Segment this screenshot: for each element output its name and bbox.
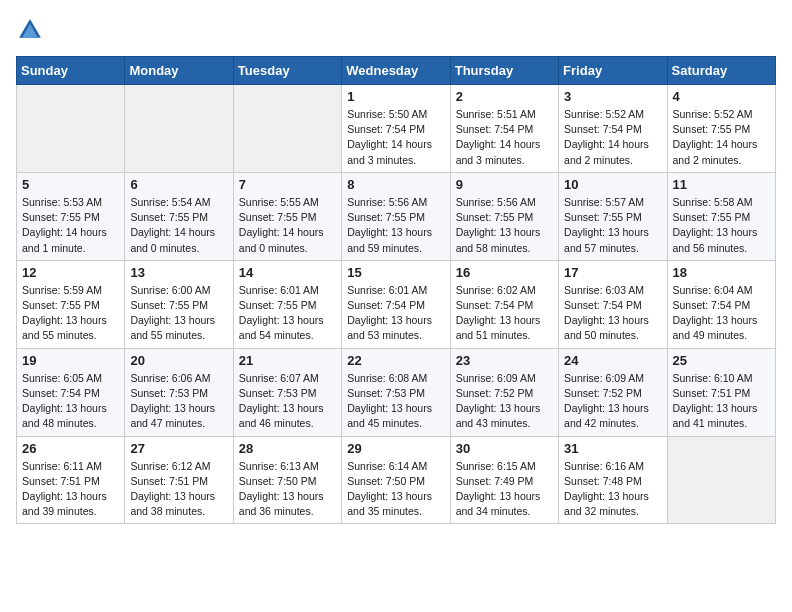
day-info: Sunrise: 5:58 AM Sunset: 7:55 PM Dayligh… <box>673 195 770 256</box>
day-info: Sunrise: 6:03 AM Sunset: 7:54 PM Dayligh… <box>564 283 661 344</box>
day-info: Sunrise: 6:16 AM Sunset: 7:48 PM Dayligh… <box>564 459 661 520</box>
calendar-cell: 8Sunrise: 5:56 AM Sunset: 7:55 PM Daylig… <box>342 172 450 260</box>
calendar-cell: 28Sunrise: 6:13 AM Sunset: 7:50 PM Dayli… <box>233 436 341 524</box>
day-number: 29 <box>347 441 444 456</box>
calendar-cell: 30Sunrise: 6:15 AM Sunset: 7:49 PM Dayli… <box>450 436 558 524</box>
day-info: Sunrise: 5:54 AM Sunset: 7:55 PM Dayligh… <box>130 195 227 256</box>
weekday-header-row: SundayMondayTuesdayWednesdayThursdayFrid… <box>17 57 776 85</box>
day-number: 16 <box>456 265 553 280</box>
day-info: Sunrise: 6:08 AM Sunset: 7:53 PM Dayligh… <box>347 371 444 432</box>
day-number: 28 <box>239 441 336 456</box>
day-number: 6 <box>130 177 227 192</box>
calendar-cell: 29Sunrise: 6:14 AM Sunset: 7:50 PM Dayli… <box>342 436 450 524</box>
calendar-cell: 15Sunrise: 6:01 AM Sunset: 7:54 PM Dayli… <box>342 260 450 348</box>
calendar-cell: 21Sunrise: 6:07 AM Sunset: 7:53 PM Dayli… <box>233 348 341 436</box>
day-number: 8 <box>347 177 444 192</box>
calendar-cell <box>233 85 341 173</box>
day-number: 22 <box>347 353 444 368</box>
calendar-cell <box>125 85 233 173</box>
day-number: 17 <box>564 265 661 280</box>
day-number: 7 <box>239 177 336 192</box>
calendar-cell: 7Sunrise: 5:55 AM Sunset: 7:55 PM Daylig… <box>233 172 341 260</box>
day-info: Sunrise: 6:06 AM Sunset: 7:53 PM Dayligh… <box>130 371 227 432</box>
calendar-cell: 11Sunrise: 5:58 AM Sunset: 7:55 PM Dayli… <box>667 172 775 260</box>
day-number: 11 <box>673 177 770 192</box>
day-number: 10 <box>564 177 661 192</box>
calendar-week-row: 1Sunrise: 5:50 AM Sunset: 7:54 PM Daylig… <box>17 85 776 173</box>
weekday-header-saturday: Saturday <box>667 57 775 85</box>
day-info: Sunrise: 6:01 AM Sunset: 7:54 PM Dayligh… <box>347 283 444 344</box>
day-info: Sunrise: 6:00 AM Sunset: 7:55 PM Dayligh… <box>130 283 227 344</box>
day-info: Sunrise: 6:10 AM Sunset: 7:51 PM Dayligh… <box>673 371 770 432</box>
day-number: 9 <box>456 177 553 192</box>
day-info: Sunrise: 5:53 AM Sunset: 7:55 PM Dayligh… <box>22 195 119 256</box>
day-number: 23 <box>456 353 553 368</box>
calendar-cell: 17Sunrise: 6:03 AM Sunset: 7:54 PM Dayli… <box>559 260 667 348</box>
calendar-cell: 31Sunrise: 6:16 AM Sunset: 7:48 PM Dayli… <box>559 436 667 524</box>
calendar-cell: 13Sunrise: 6:00 AM Sunset: 7:55 PM Dayli… <box>125 260 233 348</box>
day-info: Sunrise: 6:15 AM Sunset: 7:49 PM Dayligh… <box>456 459 553 520</box>
day-number: 19 <box>22 353 119 368</box>
day-info: Sunrise: 5:52 AM Sunset: 7:55 PM Dayligh… <box>673 107 770 168</box>
calendar-cell <box>17 85 125 173</box>
day-number: 5 <box>22 177 119 192</box>
calendar-cell <box>667 436 775 524</box>
day-info: Sunrise: 6:14 AM Sunset: 7:50 PM Dayligh… <box>347 459 444 520</box>
calendar-week-row: 26Sunrise: 6:11 AM Sunset: 7:51 PM Dayli… <box>17 436 776 524</box>
day-info: Sunrise: 5:50 AM Sunset: 7:54 PM Dayligh… <box>347 107 444 168</box>
calendar-cell: 9Sunrise: 5:56 AM Sunset: 7:55 PM Daylig… <box>450 172 558 260</box>
calendar-cell: 19Sunrise: 6:05 AM Sunset: 7:54 PM Dayli… <box>17 348 125 436</box>
day-info: Sunrise: 6:05 AM Sunset: 7:54 PM Dayligh… <box>22 371 119 432</box>
day-info: Sunrise: 6:13 AM Sunset: 7:50 PM Dayligh… <box>239 459 336 520</box>
day-number: 15 <box>347 265 444 280</box>
calendar-week-row: 12Sunrise: 5:59 AM Sunset: 7:55 PM Dayli… <box>17 260 776 348</box>
day-number: 25 <box>673 353 770 368</box>
weekday-header-wednesday: Wednesday <box>342 57 450 85</box>
calendar-cell: 25Sunrise: 6:10 AM Sunset: 7:51 PM Dayli… <box>667 348 775 436</box>
day-number: 21 <box>239 353 336 368</box>
day-info: Sunrise: 6:12 AM Sunset: 7:51 PM Dayligh… <box>130 459 227 520</box>
calendar-cell: 6Sunrise: 5:54 AM Sunset: 7:55 PM Daylig… <box>125 172 233 260</box>
calendar-cell: 4Sunrise: 5:52 AM Sunset: 7:55 PM Daylig… <box>667 85 775 173</box>
day-number: 12 <box>22 265 119 280</box>
day-info: Sunrise: 6:04 AM Sunset: 7:54 PM Dayligh… <box>673 283 770 344</box>
day-number: 1 <box>347 89 444 104</box>
day-info: Sunrise: 5:55 AM Sunset: 7:55 PM Dayligh… <box>239 195 336 256</box>
day-number: 24 <box>564 353 661 368</box>
day-info: Sunrise: 6:01 AM Sunset: 7:55 PM Dayligh… <box>239 283 336 344</box>
weekday-header-friday: Friday <box>559 57 667 85</box>
calendar-week-row: 5Sunrise: 5:53 AM Sunset: 7:55 PM Daylig… <box>17 172 776 260</box>
day-number: 27 <box>130 441 227 456</box>
calendar-cell: 5Sunrise: 5:53 AM Sunset: 7:55 PM Daylig… <box>17 172 125 260</box>
calendar-cell: 3Sunrise: 5:52 AM Sunset: 7:54 PM Daylig… <box>559 85 667 173</box>
calendar-cell: 24Sunrise: 6:09 AM Sunset: 7:52 PM Dayli… <box>559 348 667 436</box>
day-number: 31 <box>564 441 661 456</box>
calendar-week-row: 19Sunrise: 6:05 AM Sunset: 7:54 PM Dayli… <box>17 348 776 436</box>
day-info: Sunrise: 6:09 AM Sunset: 7:52 PM Dayligh… <box>564 371 661 432</box>
day-number: 30 <box>456 441 553 456</box>
day-number: 2 <box>456 89 553 104</box>
day-info: Sunrise: 6:07 AM Sunset: 7:53 PM Dayligh… <box>239 371 336 432</box>
calendar-table: SundayMondayTuesdayWednesdayThursdayFrid… <box>16 56 776 524</box>
day-info: Sunrise: 5:52 AM Sunset: 7:54 PM Dayligh… <box>564 107 661 168</box>
calendar-cell: 16Sunrise: 6:02 AM Sunset: 7:54 PM Dayli… <box>450 260 558 348</box>
day-number: 18 <box>673 265 770 280</box>
day-number: 26 <box>22 441 119 456</box>
calendar-cell: 20Sunrise: 6:06 AM Sunset: 7:53 PM Dayli… <box>125 348 233 436</box>
day-info: Sunrise: 6:11 AM Sunset: 7:51 PM Dayligh… <box>22 459 119 520</box>
calendar-cell: 23Sunrise: 6:09 AM Sunset: 7:52 PM Dayli… <box>450 348 558 436</box>
calendar-cell: 18Sunrise: 6:04 AM Sunset: 7:54 PM Dayli… <box>667 260 775 348</box>
page-header <box>16 16 776 44</box>
day-info: Sunrise: 6:09 AM Sunset: 7:52 PM Dayligh… <box>456 371 553 432</box>
day-number: 13 <box>130 265 227 280</box>
logo <box>16 16 48 44</box>
day-number: 20 <box>130 353 227 368</box>
calendar-cell: 22Sunrise: 6:08 AM Sunset: 7:53 PM Dayli… <box>342 348 450 436</box>
calendar-cell: 14Sunrise: 6:01 AM Sunset: 7:55 PM Dayli… <box>233 260 341 348</box>
weekday-header-sunday: Sunday <box>17 57 125 85</box>
day-info: Sunrise: 5:51 AM Sunset: 7:54 PM Dayligh… <box>456 107 553 168</box>
weekday-header-tuesday: Tuesday <box>233 57 341 85</box>
day-info: Sunrise: 5:59 AM Sunset: 7:55 PM Dayligh… <box>22 283 119 344</box>
day-info: Sunrise: 5:57 AM Sunset: 7:55 PM Dayligh… <box>564 195 661 256</box>
day-info: Sunrise: 5:56 AM Sunset: 7:55 PM Dayligh… <box>347 195 444 256</box>
